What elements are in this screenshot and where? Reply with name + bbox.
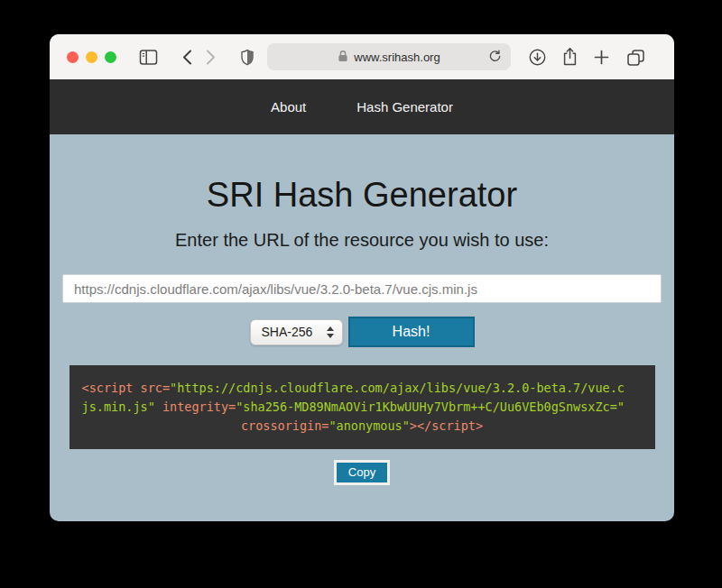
tab-overview-icon[interactable] [625,48,646,67]
browser-window: www.srihash.org About Hash Generator SRI… [50,34,674,521]
nav-about[interactable]: About [269,94,308,120]
hash-button[interactable]: Hash! [348,317,475,347]
address-url: www.srihash.org [354,51,440,64]
forward-icon[interactable] [205,49,217,66]
refresh-icon[interactable] [488,50,502,66]
new-tab-icon[interactable] [593,49,610,66]
minimize-button[interactable] [86,51,97,63]
share-icon[interactable] [561,47,579,67]
select-stepper-icon [327,326,334,338]
privacy-shield-icon[interactable] [238,48,256,67]
code-line: <script src="https://cdnjs.cloudflare.co… [82,379,643,398]
algorithm-select[interactable]: SHA-256 [250,319,343,345]
code-line: crossorigin="anonymous"></script> [82,417,643,436]
zoom-button[interactable] [105,51,116,63]
url-input[interactable] [62,274,662,303]
page-content: SRI Hash Generator Enter the URL of the … [50,134,674,521]
sidebar-toggle-icon[interactable] [139,49,158,66]
site-navbar: About Hash Generator [50,79,674,134]
lock-icon [338,50,348,65]
hash-controls: SHA-256 Hash! [50,317,674,347]
address-bar[interactable]: www.srihash.org [267,43,511,70]
url-prompt-text: Enter the URL of the resource you wish t… [50,230,674,251]
code-line: js.min.js" integrity="sha256-MD89NmAOVir… [82,398,643,417]
algorithm-selected-value: SHA-256 [262,325,313,339]
browser-toolbar: www.srihash.org [50,34,674,79]
sri-snippet-code: <script src="https://cdnjs.cloudflare.co… [69,365,655,449]
copy-button[interactable]: Copy [334,460,390,485]
traffic-lights [67,51,116,63]
nav-hash-generator[interactable]: Hash Generator [355,94,455,120]
page-title: SRI Hash Generator [50,176,674,215]
downloads-icon[interactable] [528,48,547,67]
back-icon[interactable] [181,49,193,66]
close-button[interactable] [67,51,79,63]
